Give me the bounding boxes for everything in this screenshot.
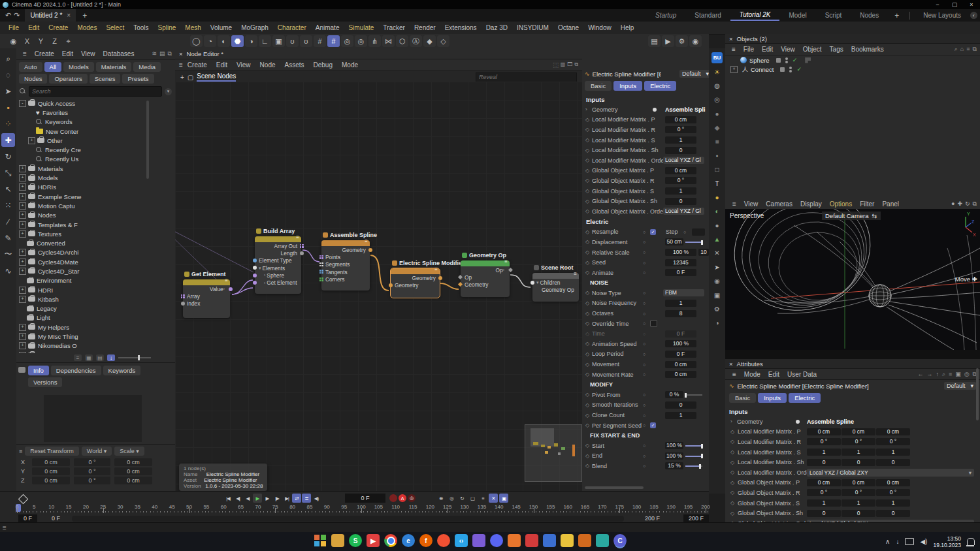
port-get-element-input[interactable] bbox=[253, 281, 257, 285]
spotify-icon[interactable]: S bbox=[349, 534, 362, 547]
gray-sphere-icon[interactable]: ● bbox=[711, 220, 723, 231]
tree-item-recently-us[interactable]: Recently Us bbox=[16, 155, 147, 164]
timeline-options-button[interactable]: ▣ bbox=[499, 494, 508, 503]
multi-dot-icon[interactable]: ⁘ bbox=[1, 117, 15, 131]
attr-row-local-modifier-matrix-r[interactable]: ◇Local Modifier Matrix . R0 °0 °0 ° bbox=[725, 437, 980, 447]
reveal-search-input[interactable] bbox=[476, 72, 577, 82]
expander-icon[interactable]: + bbox=[19, 221, 26, 228]
expander-icon[interactable]: + bbox=[19, 202, 26, 210]
attr-row-local-modifier-matrix-sh[interactable]: ◇Local Modifier Matrix . Sh000 bbox=[725, 457, 980, 467]
panel-layout-icon[interactable]: ⧉ bbox=[973, 200, 977, 208]
tree-item-hdris[interactable]: +HDRIs bbox=[16, 183, 147, 192]
filter-tab-materials[interactable]: Materials bbox=[96, 62, 132, 72]
close-panel-icon[interactable]: × bbox=[179, 50, 183, 57]
brush-tool-icon[interactable]: ∕ bbox=[1, 215, 15, 228]
port-corners-input[interactable] bbox=[319, 277, 323, 281]
vscode-icon[interactable]: ‹› bbox=[455, 534, 468, 547]
viewport-menu-icon[interactable]: ≡ bbox=[728, 200, 740, 208]
horizontal-scrollbar[interactable] bbox=[585, 486, 644, 489]
slider-blend[interactable] bbox=[685, 465, 702, 467]
menu-create[interactable]: Create bbox=[44, 24, 73, 31]
rotate-view-icon[interactable]: ↻ bbox=[965, 200, 970, 208]
cursor-icon[interactable]: ➤ bbox=[711, 262, 723, 273]
connect-circle-icon[interactable]: ○ bbox=[643, 291, 645, 295]
objects-menu-icon[interactable]: ≡ bbox=[728, 46, 739, 53]
frame-icon[interactable]: □ bbox=[711, 164, 723, 175]
tree-item-cycles4dmate[interactable]: +Cycles4DMate bbox=[16, 257, 147, 266]
attr-row-resample[interactable]: ◇Resample○✓Step○ bbox=[582, 227, 709, 238]
menu-mesh[interactable]: Mesh bbox=[180, 24, 205, 31]
dropdown-local-modifier-matrix-order[interactable]: Local YXZ / Global ZXY bbox=[807, 469, 974, 477]
layout-tab-tutorial-2k[interactable]: Tutorial 2K bbox=[730, 10, 780, 21]
coord-scale-field[interactable]: 0 cm bbox=[114, 458, 152, 466]
value-field-clone-count[interactable]: 1 bbox=[665, 412, 696, 419]
value-field[interactable]: 0 ° bbox=[841, 489, 875, 496]
node-build-array[interactable]: Build ArrayArray OutLengthElement Type▾E… bbox=[255, 236, 301, 294]
coord-scale-field[interactable]: 0 cm bbox=[114, 467, 152, 475]
popout-icon[interactable]: ⧉ bbox=[574, 61, 578, 69]
port-geometry-input[interactable] bbox=[389, 283, 393, 287]
value-field-seed[interactable]: 12345 bbox=[665, 259, 696, 266]
menu-file[interactable]: File bbox=[4, 24, 24, 31]
detail-view-icon[interactable]: ▤ bbox=[96, 354, 104, 361]
selection-tool-icon[interactable]: ◌ bbox=[1, 68, 15, 82]
expander-icon[interactable]: › bbox=[585, 106, 592, 112]
expander-icon[interactable]: + bbox=[19, 287, 26, 294]
coord-system-dropdown[interactable]: World ▾ bbox=[82, 447, 112, 456]
preset-dropdown[interactable]: Default▾ bbox=[679, 70, 710, 78]
value-field-local-modifier-matrix-sh[interactable]: 0 bbox=[665, 147, 696, 154]
connect-circle-icon[interactable]: ○ bbox=[643, 240, 645, 244]
record-icon[interactable]: ● bbox=[951, 200, 955, 208]
node-port-row-element-type[interactable]: Element Type bbox=[255, 257, 301, 264]
attr-row-clone-count[interactable]: ◇Clone Count○1 bbox=[582, 410, 709, 420]
connect-circle-icon[interactable]: ○ bbox=[643, 158, 645, 163]
camera-selector[interactable]: Default Camera⇆ bbox=[822, 212, 881, 220]
live-selection-icon[interactable]: ◉ bbox=[7, 35, 20, 47]
attr-row-animate[interactable]: ◇Animate○0 F bbox=[582, 268, 709, 278]
node-port-row-length[interactable]: Length bbox=[255, 249, 301, 257]
navigator-minimap[interactable] bbox=[525, 424, 582, 482]
display-tray-icon[interactable] bbox=[905, 538, 914, 545]
target-icon[interactable]: ◎ bbox=[964, 371, 970, 378]
up-icon[interactable]: ↑ bbox=[936, 371, 939, 378]
dot-icon[interactable]: ▪ bbox=[711, 150, 723, 161]
port-points-input[interactable] bbox=[319, 255, 323, 259]
node-port-row-sphere[interactable]: ›Sphere bbox=[255, 272, 301, 279]
connect-circle-icon[interactable]: ○ bbox=[643, 372, 645, 377]
ne-menu-assets[interactable]: Assets bbox=[280, 61, 309, 69]
object-item-sphere[interactable]: Sphere✓ bbox=[725, 55, 980, 65]
extra-box[interactable] bbox=[692, 228, 705, 236]
tree-item-cycles4d-star[interactable]: +Cycles4D_Star bbox=[16, 266, 147, 276]
attr-row-global-object-matrix-r[interactable]: ◇Global Object Matrix . R○0 ° bbox=[582, 176, 709, 186]
connect-circle-icon[interactable]: ○ bbox=[643, 423, 645, 428]
expander-icon[interactable]: + bbox=[19, 342, 26, 349]
dropdown-local-modifier-matrix-order[interactable]: Local YXZ / Gl bbox=[663, 157, 704, 164]
expander-icon[interactable]: + bbox=[730, 66, 738, 73]
node-port-row-geometry[interactable]: Geometry bbox=[391, 274, 440, 281]
next-key-button[interactable]: |▶ bbox=[272, 494, 282, 503]
menu-volume[interactable]: Volume bbox=[206, 24, 237, 31]
timeline-current-field[interactable]: 0 F bbox=[46, 514, 65, 522]
node-port-row-segments[interactable]: Segments bbox=[321, 261, 370, 268]
value-field-noise-frequency[interactable]: 1 bbox=[665, 300, 696, 307]
connect-circle-icon[interactable]: ○ bbox=[643, 250, 645, 255]
attr-tab-basic[interactable]: Basic bbox=[585, 81, 612, 91]
filter-icon[interactable]: ≡ bbox=[949, 371, 952, 378]
value-field[interactable]: 0 bbox=[807, 459, 841, 466]
square-icon[interactable]: ■ bbox=[711, 136, 723, 147]
circle-icon-2[interactable]: ◎ bbox=[711, 94, 723, 105]
viewport-menu-options[interactable]: Options bbox=[826, 200, 856, 208]
value-field[interactable]: 0 bbox=[841, 459, 875, 466]
attr-row-movement-rate[interactable]: ◇Movement Rate○0 cm bbox=[582, 370, 709, 380]
timeline-scrollbar[interactable] bbox=[72, 516, 624, 522]
object-mode-icon[interactable]: ◔ bbox=[204, 35, 216, 47]
media-app-icon[interactable]: ▶ bbox=[367, 534, 380, 547]
target-icon[interactable]: ◉ bbox=[711, 276, 723, 287]
teal-app-icon[interactable] bbox=[596, 534, 609, 547]
value-field-blend[interactable]: 15 % bbox=[665, 462, 683, 469]
node-port-row-value[interactable]: Value› bbox=[183, 285, 230, 292]
redo-icon[interactable]: ↷ bbox=[14, 11, 20, 20]
value-field-displacement[interactable]: 50 cm bbox=[665, 238, 683, 245]
clock[interactable]: 13:50 19.10.2023 bbox=[933, 535, 961, 548]
notifications-icon[interactable] bbox=[967, 538, 975, 545]
